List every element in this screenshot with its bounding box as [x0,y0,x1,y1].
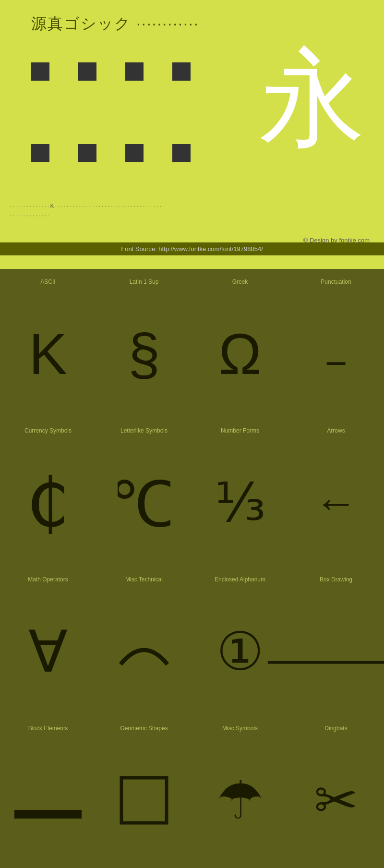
svg-rect-3 [121,778,167,823]
font-source: Font Source: http://www.fontke.com/font/… [0,242,384,255]
symbol-geoshapes [96,736,192,864]
label-enclosedal: Enclosed Alphanum [215,576,265,583]
kanji-display: 永 [259,46,365,151]
label-miscsym: Misc Symbols [222,725,258,732]
symbol-greek: Ω [192,290,288,418]
cell-dingbats: Dingbats ✂ [288,715,384,864]
symbol-numberforms: ⅓ [192,439,288,567]
cell-blockel: Block Elements [0,715,96,864]
cell-ascii: ASCII K [0,269,96,418]
cell-mathop: Math Operators ∀ [0,567,96,715]
square-2 [78,62,96,81]
svg-text:₵: ₵ [26,471,70,534]
symbol-latin1sup: § [96,290,192,418]
top-section: 源真ゴシック ············ 永 ··············K···… [0,0,384,269]
bottom-section: ASCII K Latin 1 Sup § Greek Ω Punctuatio… [0,269,384,868]
cell-punctuation: Punctuation − [288,269,384,418]
label-ascii: ASCII [40,278,55,285]
label-dingbats: Dingbats [324,725,347,732]
square-7 [125,144,144,162]
label-boxdrawing: Box Drawing [320,576,352,583]
label-currency: Currency Symbols [24,427,72,434]
symbol-boxdrawing: ───── [288,588,384,715]
symbol-letterlike: ℃ [96,439,192,567]
symbol-misctech [96,588,192,715]
cell-enclosedcjk: Enclosed CJK — [288,864,384,868]
square-1 [31,62,49,81]
cell-currency: Currency Symbols ₵ [0,418,96,567]
cell-katakana: Katakana ア [192,864,288,868]
symbol-ascii: K [0,290,96,418]
square-8 [172,144,191,162]
svg-text:℃: ℃ [118,471,170,534]
cell-misctech: Misc Technical [96,567,192,715]
symbol-miscsym: ☂ [192,736,288,864]
cell-greek: Greek Ω [192,269,288,418]
squares-row1 [31,62,191,81]
font-title: 源真ゴシック ············ [31,13,199,35]
label-mathop: Math Operators [28,576,68,583]
cell-miscsym: Misc Symbols ☂ [192,715,288,864]
symbol-grid: ASCII K Latin 1 Sup § Greek Ω Punctuatio… [0,269,384,868]
squares-row2 [31,144,191,162]
dots-line-2: ·············· [10,211,374,221]
cell-geoshapes: Geometric Shapes [96,715,192,864]
square-6 [78,144,96,162]
label-greek: Greek [232,278,248,285]
cell-letterlike: Letterlike Symbols ℃ [96,418,192,567]
label-punctuation: Punctuation [321,278,351,285]
symbol-currency: ₵ [0,439,96,567]
label-geoshapes: Geometric Shapes [120,725,168,732]
square-4 [172,62,191,81]
dots-area: ··············K·························… [0,202,384,221]
svg-rect-2 [14,810,82,819]
cell-numberforms: Number Forms ⅓ [192,418,288,567]
square-3 [125,62,144,81]
cell-arrows: Arrows ← [288,418,384,567]
cell-latin1sup: Latin 1 Sup § [96,269,192,418]
label-latin1sup: Latin 1 Sup [130,278,159,285]
label-blockel: Block Elements [28,725,68,732]
label-numberforms: Number Forms [221,427,259,434]
cell-hiragana: Hiragana あ [96,864,192,868]
symbol-dingbats: ✂ [288,736,384,864]
symbol-mathop: ∀ [0,588,96,715]
cell-cjksym: CJK Symbols 、 [0,864,96,868]
square-5 [31,144,49,162]
label-letterlike: Letterlike Symbols [120,427,168,434]
symbol-blockel [0,736,96,864]
cell-boxdrawing: Box Drawing ───── [288,567,384,715]
symbol-arrows: ← [288,439,384,567]
label-arrows: Arrows [327,427,345,434]
symbol-punctuation: − [288,290,384,418]
dots-line-1: ··············K·························… [10,202,374,211]
label-misctech: Misc Technical [125,576,163,583]
